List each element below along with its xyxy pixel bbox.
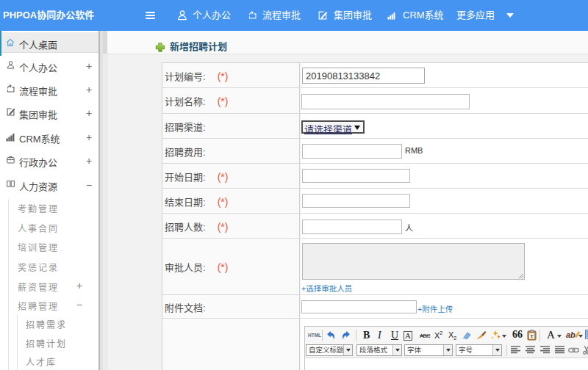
svg-text:T: T: [530, 333, 534, 339]
